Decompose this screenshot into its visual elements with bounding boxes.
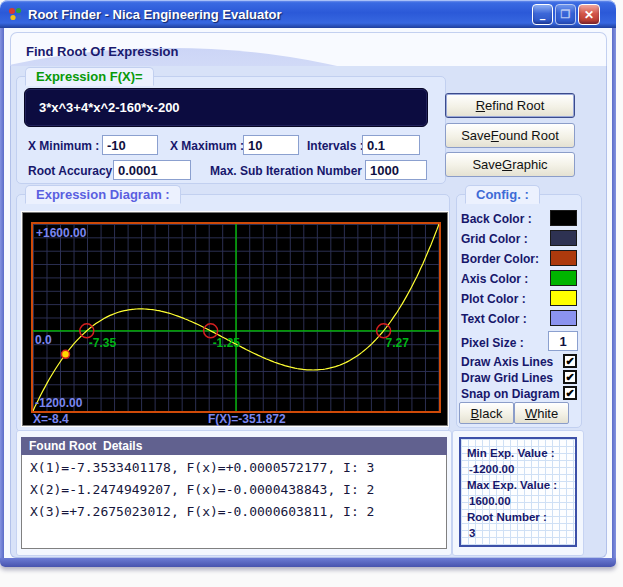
save-graphic-label-post: raphic [512, 157, 547, 172]
snap-on-diagram-checkbox[interactable]: ✔ [563, 386, 577, 400]
root-accuracy-input[interactable] [113, 160, 191, 180]
app-window: Root Finder - Nica Engineering Evaluator… [0, 0, 617, 570]
window-title: Root Finder - Nica Engineering Evaluator [28, 7, 282, 22]
title-bar[interactable]: Root Finder - Nica Engineering Evaluator… [0, 0, 616, 28]
found-root-row-3[interactable]: X(3)=+7.2675023012, F(x)=-0.0000603811, … [30, 504, 374, 519]
max-sub-iteration-label: Max. Sub Iteration Number : [210, 164, 369, 178]
expression-input[interactable]: 3*x^3+4*x^2-160*x-200 [24, 88, 428, 127]
diagram-group-label: Expression Diagram : [25, 185, 181, 204]
back-color-label: Back Color : [461, 212, 532, 226]
border-color-label: Border Color: [461, 252, 539, 266]
save-graphic-button[interactable]: Save Graphic [445, 152, 575, 177]
max-exp-value-label: Max Exp. Value : [467, 479, 557, 491]
y-max-label: +1600.00 [36, 226, 86, 240]
x-maximum-input[interactable] [243, 135, 299, 155]
save-found-root-button[interactable]: Save Found Root [445, 123, 575, 148]
text-color-swatch[interactable] [550, 310, 577, 326]
expression-group-label: Expression F(X)= [25, 67, 154, 86]
text-color-label: Text Color : [461, 312, 527, 326]
draw-grid-lines-label: Draw Grid Lines [461, 371, 553, 385]
save-graphic-label-pre: Save [472, 157, 502, 172]
x-minimum-input[interactable] [102, 135, 158, 155]
svg-text:7.27: 7.27 [386, 336, 410, 350]
x-minimum-label: X Minimum : [28, 139, 99, 153]
snap-on-diagram-label: Snap on Diagram [461, 387, 560, 401]
save-found-root-label-post: ound Root [499, 128, 559, 143]
summary-panel-frame: Min Exp. Value : -1200.00 Max Exp. Value… [452, 430, 584, 556]
titlebar-buttons: – ❐ ✕ [532, 4, 600, 25]
black-button-label-key: B [471, 406, 480, 421]
min-exp-value: -1200.00 [469, 463, 514, 475]
screen: Root Finder - Nica Engineering Evaluator… [0, 0, 623, 587]
plot-color-label: Plot Color : [461, 292, 526, 306]
svg-text:-7.35: -7.35 [89, 336, 117, 350]
white-button[interactable]: White [514, 402, 569, 424]
tab-find-root[interactable]: Find Root Of Expression [26, 44, 178, 59]
refind-root-label-key: R [476, 98, 485, 113]
found-root-row-1[interactable]: X(1)=-7.3533401178, F(x)=+0.0000572177, … [30, 460, 374, 475]
tab-strip: Find Root Of Expression [10, 32, 607, 66]
intervals-input[interactable] [362, 135, 420, 155]
save-graphic-label-key: G [502, 157, 512, 172]
y-zero-label: 0.0 [35, 333, 52, 347]
root-number-label: Root Number : [467, 511, 547, 523]
black-button[interactable]: Black [459, 402, 514, 424]
app-icon [7, 6, 23, 22]
max-exp-value: 1600.00 [469, 495, 511, 507]
maximize-icon: ❐ [561, 8, 571, 21]
max-sub-iteration-input[interactable] [365, 160, 427, 180]
axis-color-label: Axis Color : [461, 272, 528, 286]
plot-color-swatch[interactable] [550, 290, 577, 306]
cursor-fx-readout: F(X)=-351.872 [208, 412, 286, 426]
config-group-label: Config. : [465, 185, 540, 204]
expression-diagram-canvas[interactable]: -7.35-1.257.27 +1600.00 0.0 -1200.00 X=-… [22, 212, 448, 426]
minimize-icon: – [539, 13, 545, 25]
black-button-label-post: lack [479, 406, 502, 421]
white-button-label-post: hite [537, 406, 558, 421]
save-found-root-label-key: F [491, 128, 499, 143]
window-border-right [612, 28, 616, 560]
x-maximum-label: X Maximum : [170, 139, 244, 153]
found-root-list[interactable]: X(1)=-7.3533401178, F(x)=+0.0000572177, … [21, 455, 447, 549]
border-color-swatch[interactable] [550, 250, 577, 266]
axis-color-swatch[interactable] [550, 270, 577, 286]
window-border-bottom [0, 558, 616, 567]
pixel-size-label: Pixel Size : [461, 336, 524, 350]
found-root-header: Found Root Details [21, 437, 447, 455]
draw-grid-lines-checkbox[interactable]: ✔ [563, 370, 577, 384]
draw-axis-lines-label: Draw Axis Lines [461, 355, 553, 369]
refind-root-button[interactable]: Refind Root [445, 93, 575, 118]
close-icon: ✕ [584, 8, 594, 22]
cursor-x-readout: X=-8.4 [33, 412, 69, 426]
save-found-root-label-pre: Save [461, 128, 491, 143]
found-root-row-2[interactable]: X(2)=-1.2474949207, F(x)=-0.0000438843, … [30, 482, 374, 497]
pixel-size-input[interactable] [548, 331, 578, 351]
intervals-label: Intervals : [307, 139, 364, 153]
min-exp-value-label: Min Exp. Value : [467, 447, 555, 459]
back-color-swatch[interactable] [550, 210, 577, 226]
minimize-button[interactable]: – [532, 4, 553, 25]
root-accuracy-label: Root Accuracy : [28, 164, 120, 178]
maximize-button[interactable]: ❐ [555, 4, 576, 25]
white-button-label-key: W [525, 406, 537, 421]
summary-panel: Min Exp. Value : -1200.00 Max Exp. Value… [459, 437, 577, 547]
svg-text:-1.25: -1.25 [213, 336, 241, 350]
root-number-value: 3 [469, 527, 475, 539]
grid-color-swatch[interactable] [550, 230, 577, 246]
found-root-panel: Found Root Details X(1)=-7.3533401178, F… [16, 430, 452, 556]
close-button[interactable]: ✕ [578, 4, 600, 25]
grid-color-label: Grid Color : [461, 232, 528, 246]
refind-root-label-post: efind Root [485, 98, 544, 113]
plot-curve-svg: -7.35-1.257.27 [33, 224, 439, 411]
y-min-label: -1200.00 [35, 396, 82, 410]
draw-axis-lines-checkbox[interactable]: ✔ [563, 354, 577, 368]
